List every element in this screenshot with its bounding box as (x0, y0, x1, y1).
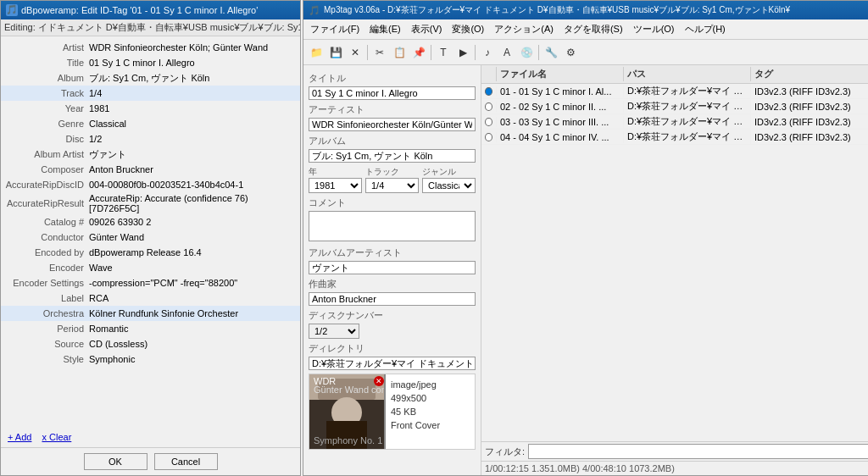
field-row: StyleSymphonic (1, 351, 300, 367)
field-row: Album Artistヴァント (1, 147, 300, 162)
file-name-cell: 03 - 03 Sy 1 C minor III. ... (497, 116, 624, 128)
path-col-header[interactable]: パス (624, 67, 751, 81)
field-label: Encoder Settings (4, 278, 89, 288)
status-bar: 1/00:12:15 1.351.0MB) 4/00:48:10 1073.2M… (481, 461, 868, 475)
editing-label: Editing: イドキュメント D¥自動車・自転車¥USB music¥ブル¥… (4, 22, 300, 32)
cover-type: Front Cover (391, 418, 440, 432)
file-radio (485, 87, 492, 96)
tag-col-header[interactable]: タグ (751, 67, 868, 81)
toolbar-paste[interactable]: 📌 (409, 43, 428, 62)
field-row: ArtistWDR Sinfonieorchester Köln; Günter… (1, 40, 300, 55)
field-row: LabelRCA (1, 291, 300, 306)
composer-input-group (309, 292, 476, 306)
menu-item[interactable]: アクション(A) (489, 21, 559, 37)
toolbar-cd[interactable]: 💿 (517, 43, 536, 62)
cover-size: 45 KB (391, 405, 440, 418)
menu-item[interactable]: 編集(E) (364, 21, 406, 37)
menu-item[interactable]: ファイル(F) (305, 21, 364, 37)
file-indicator (481, 132, 497, 142)
cover-dismiss-button[interactable]: ✕ (374, 376, 384, 386)
toolbar-sep2 (431, 45, 431, 60)
title-input[interactable] (309, 86, 476, 100)
cover-dimensions: 499x500 (391, 391, 440, 405)
field-label: Conductor (4, 232, 89, 242)
toolbar-open[interactable]: 📁 (307, 43, 326, 62)
toolbar-sep3 (475, 45, 476, 60)
cover-image[interactable]: WDR Günter Wand conducts Bruckner Sympho… (309, 374, 386, 449)
toolbar-amazon[interactable]: A (498, 43, 516, 62)
toolbar-freedb[interactable]: ♪ (478, 43, 497, 62)
filename-col-header[interactable]: ファイル名 (497, 67, 624, 81)
field-value: Kölner Rundfunk Sinfonie Orchester (89, 308, 297, 318)
file-list-item[interactable]: 02 - 02 Sy 1 C minor II. ...D:¥茶荘フォルダー¥マ… (481, 99, 868, 114)
indicator-col-header[interactable] (481, 67, 497, 81)
genre-select[interactable]: Classical (422, 178, 476, 193)
field-row: AccurateRipResultAccurateRip: Accurate (… (1, 192, 300, 214)
field-value: Classical (89, 119, 297, 129)
field-value: Anton Bruckner (89, 164, 297, 174)
main-content: タイトル アーティスト アルバム 年 1981 (303, 65, 868, 475)
directory-input[interactable] (309, 357, 476, 370)
year-track-genre-row: 年 1981 トラック 1/4 ジャンル Clas (309, 166, 476, 193)
file-list-item[interactable]: 03 - 03 Sy 1 C minor III. ...D:¥茶荘フォルダー¥… (481, 114, 868, 130)
album-artist-input[interactable] (309, 261, 476, 274)
album-input[interactable] (309, 149, 476, 163)
clear-link[interactable]: x Clear (42, 432, 71, 442)
artist-input[interactable] (309, 118, 476, 131)
field-value: Romantic (89, 324, 297, 334)
field-label: Genre (4, 119, 89, 129)
ok-button[interactable]: OK (84, 453, 147, 470)
menu-item[interactable]: 表示(V) (406, 21, 448, 37)
track-label: トラック (365, 166, 419, 178)
tag-scroll: タイトル アーティスト アルバム 年 1981 (303, 65, 481, 475)
field-row: Year1981 (1, 101, 300, 116)
filter-input[interactable] (528, 444, 868, 459)
menu-item[interactable]: ツール(O) (628, 21, 680, 37)
field-row: AccurateRipDiscID004-00080f0b-00203521-3… (1, 177, 300, 192)
add-link[interactable]: + Add (8, 432, 31, 442)
field-value: -compression="PCM" -freq="88200" (89, 278, 297, 288)
cover-meta: image/jpeg 499x500 45 KB Front Cover (386, 374, 445, 449)
file-list-item[interactable]: 04 - 04 Sy 1 C minor IV. ...D:¥茶荘フォルダー¥マ… (481, 130, 868, 145)
menu-item[interactable]: タグを取得(S) (559, 21, 628, 37)
comment-textarea[interactable] (309, 211, 476, 241)
toolbar-misc1[interactable]: 🔧 (542, 43, 560, 62)
file-path-cell: D:¥茶荘フォルダー¥マイ ドキ... (624, 114, 751, 129)
composer-input[interactable] (309, 292, 476, 306)
file-tag-cell: ID3v2.3 (RIFF ID3v2.3) (751, 86, 868, 97)
toolbar-cut[interactable]: ✂ (370, 43, 389, 62)
status-text: 1/00:12:15 1.351.0MB) 4/00:48:10 1073.2M… (485, 463, 675, 473)
track-select[interactable]: 1/4 (365, 178, 419, 193)
toolbar-misc2[interactable]: ⚙ (561, 43, 580, 62)
add-clear-bar: + Add x Clear (1, 427, 300, 447)
toolbar-tag-mp3[interactable]: T (434, 43, 453, 62)
ok-cancel-bar: OK Cancel (1, 447, 300, 475)
genre-col: ジャンル Classical (422, 166, 476, 193)
editing-bar: Editing: イドキュメント D¥自動車・自転車¥USB music¥ブル¥… (1, 19, 300, 36)
mp3tag-menu-bar: ファイル(F)編集(E)表示(V)変換(O)アクション(A)タグを取得(S)ツー… (303, 19, 868, 40)
field-value: WDR Sinfonieorchester Köln; Günter Wand (89, 42, 297, 53)
menu-item[interactable]: ヘルプ(H) (680, 21, 731, 37)
file-path-cell: D:¥茶荘フォルダー¥マイ ドキ... (624, 130, 751, 144)
toolbar-mp3-tag[interactable]: ▶ (453, 43, 472, 62)
file-list-item[interactable]: 01 - 01 Sy 1 C minor I. Al...D:¥茶荘フォルダー¥… (481, 84, 868, 99)
title-input-group (309, 86, 476, 100)
menu-item[interactable]: 変換(O) (447, 21, 489, 37)
file-list-header: ファイル名 パス タグ タイトル (481, 65, 868, 84)
cover-photo: WDR Günter Wand conducts Bruckner Sympho… (309, 374, 384, 449)
mp3tag-toolbar: 📁 💾 ✕ ✂ 📋 📌 T ▶ ♪ A 💿 🔧 ⚙ (303, 40, 868, 65)
toolbar-delete[interactable]: ✕ (346, 43, 364, 62)
field-row: Disc1/2 (1, 131, 300, 147)
toolbar-save[interactable]: 💾 (326, 43, 345, 62)
cancel-button[interactable]: Cancel (154, 453, 218, 470)
field-label: Style (4, 354, 89, 364)
disc-select[interactable]: 1/2 (309, 324, 359, 339)
cover-format: image/jpeg (391, 378, 440, 391)
toolbar-copy[interactable]: 📋 (390, 43, 409, 62)
year-select[interactable]: 1981 (309, 178, 362, 193)
field-row: PeriodRomantic (1, 321, 300, 336)
field-label: Album Artist (4, 149, 89, 159)
field-value: Symphonic (89, 354, 297, 364)
title-label: タイトル (309, 72, 476, 85)
file-name-cell: 04 - 04 Sy 1 C minor IV. ... (497, 131, 624, 143)
